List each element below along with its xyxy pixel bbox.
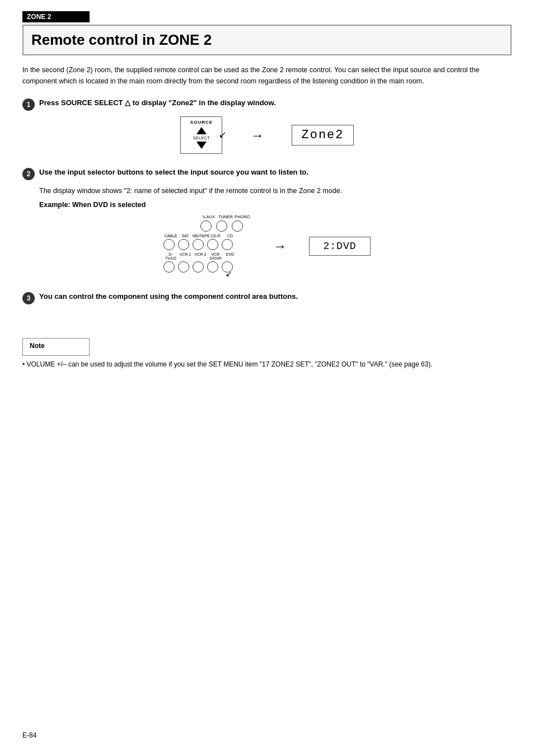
step-3-instruction: You can control the component using the … [39,292,298,302]
btn-vcr2 [193,261,204,273]
cursor-icon: ↙ [219,129,226,140]
dvd-display: 2:DVD [309,237,371,256]
row1-circles [163,239,251,250]
note-text: • VOLUME +/– can be used to adjust the v… [22,359,481,369]
step-1-instruction: Press SOURCE SELECT △ to display "Zone2"… [39,98,276,108]
label-v-aux: V-AUX [200,214,217,219]
note-section: Note • VOLUME +/– can be used to adjust … [22,321,512,369]
label-sat: SAT [178,234,193,238]
step-2-subtext: The display window shows "2: name of sel… [39,186,512,196]
title-section: Remote control in ZONE 2 [22,25,512,55]
label-cd-r: CD-R [208,234,223,238]
step-1-header: 1 Press SOURCE SELECT △ to display "Zone… [22,98,512,111]
btn-cd-r [207,239,218,250]
btn-cable [163,239,175,250]
label-tuner: TUNER [217,214,234,219]
label-dtv-ld: D-TV/LD [163,252,178,260]
source-label: SOURCE [190,120,213,125]
btn-sat [178,239,189,250]
label-vcr2: VCR 2 [193,252,208,260]
step-1: 1 Press SOURCE SELECT △ to display "Zone… [22,98,512,154]
step-2-instruction: Use the input selector buttons to select… [39,167,308,177]
step2-arrow-icon: → [273,238,287,254]
zone2-display: Zone2 [292,125,353,145]
step-3-header: 3 You can control the component using th… [22,292,512,304]
step-2-number: 2 [22,168,35,180]
step-1-number: 1 [22,98,35,111]
step-3: 3 You can control the component using th… [22,292,512,304]
btn-dtv-ld [163,261,175,273]
label-cd: CD [223,234,237,238]
step-3-number: 3 [22,292,35,304]
select-label: SELECT [193,136,210,140]
dvd-cursor-icon: ↙ [226,269,232,278]
btn-tuner [216,220,227,232]
note-box: Note [22,338,90,356]
btn-vcrs-dvr [207,261,218,273]
label-md-tape: MD/TAPE [193,234,208,238]
btn-cd [222,239,233,250]
label-dvd: DVD [223,252,237,260]
step-1-diagram: SOURCE SELECT ↙ → Zone2 [22,116,512,154]
row2-circles: ↙ [163,261,251,278]
label-vcr1: VCR 1 [178,252,193,260]
up-triangle [196,127,207,134]
btn-md-tape [193,239,204,250]
label-vcrs-dvr: VCR S/DVR [208,252,223,260]
zone-bar: ZONE 2 [22,11,512,25]
step-2: 2 Use the input selector buttons to sele… [22,167,512,278]
arrow-icon: → [250,128,264,143]
example-label: Example: When DVD is selected [39,201,512,209]
btn-vcr1 [178,261,189,273]
dvd-btn-group: ↙ [222,261,233,278]
page-title: Remote control in ZONE 2 [31,31,503,49]
label-cable: CABLE [163,234,178,238]
btn-phono [232,220,243,232]
intro-text: In the second (Zone 2) room, the supplie… [22,64,509,87]
label-phono: PHONO [234,214,251,219]
note-title: Note [30,342,82,350]
page-footer: E-84 [22,731,36,739]
input-selector-diagram: V-AUX TUNER PHONO CABLE SAT MD/TAPE CD-R… [163,214,251,278]
source-select-button: SOURCE SELECT ↙ [180,116,222,154]
btn-v-aux [200,220,212,232]
down-triangle [196,142,207,149]
step-2-header: 2 Use the input selector buttons to sele… [22,167,512,180]
